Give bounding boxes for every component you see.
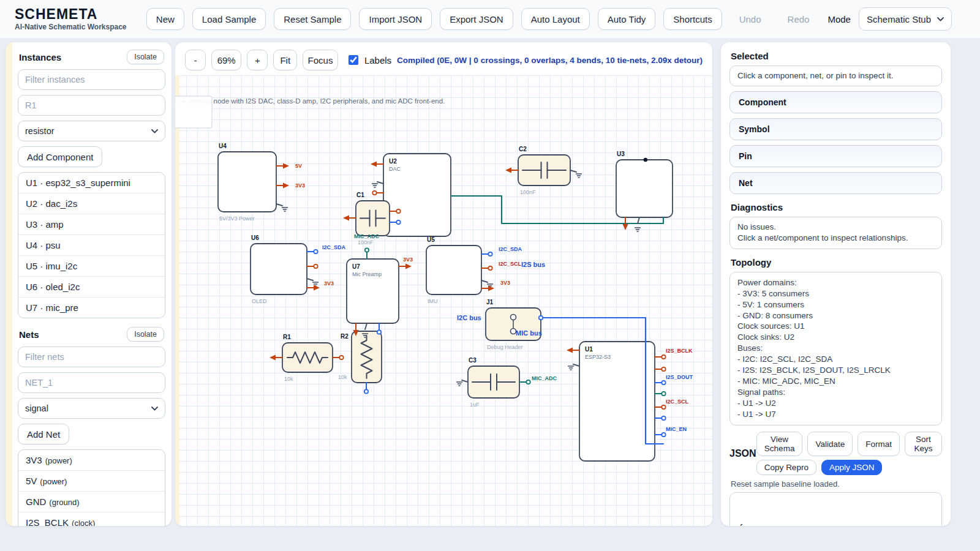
pin[interactable] <box>276 204 288 211</box>
schematic-component-C2[interactable] <box>518 155 570 186</box>
instance-item[interactable]: U7 · mic_pre <box>18 297 165 318</box>
pin[interactable] <box>456 380 468 386</box>
pin[interactable] <box>519 380 530 384</box>
schematic-component-R2[interactable] <box>352 331 382 383</box>
instance-item[interactable]: U4 · psu <box>18 234 165 255</box>
pin[interactable] <box>655 416 666 420</box>
net-type-select[interactable]: signal <box>18 398 165 419</box>
auto-tidy-button[interactable]: Auto Tidy <box>598 8 656 30</box>
net-item[interactable]: GND(ground) <box>18 491 165 512</box>
pin[interactable] <box>505 168 518 173</box>
filter-instances-input[interactable] <box>18 69 165 90</box>
pin[interactable] <box>307 264 318 268</box>
apply-json-button[interactable]: Apply JSON <box>821 460 883 475</box>
schematic-component-C1[interactable] <box>356 201 390 236</box>
accordion-net[interactable]: Net <box>729 172 942 194</box>
schematic-canvas-panel: - 69% + Fit Focus Labels Compiled (0E, 0… <box>175 42 713 527</box>
pin[interactable] <box>655 392 666 395</box>
pin[interactable] <box>365 248 369 259</box>
undo-button[interactable]: Undo <box>730 8 771 30</box>
import-json-button[interactable]: Import JSON <box>359 8 432 30</box>
auto-layout-button[interactable]: Auto Layout <box>521 8 590 30</box>
schematic-component-U3[interactable] <box>616 158 673 217</box>
schematic-component-U5[interactable] <box>426 246 481 294</box>
nets-isolate-button[interactable]: Isolate <box>127 327 164 342</box>
fit-button[interactable]: Fit <box>273 50 297 70</box>
pin[interactable] <box>635 217 641 231</box>
net-name-input[interactable] <box>18 372 165 393</box>
json-editor[interactable]: { "meta": { "title": "ESP32 Smart Audio … <box>729 492 942 527</box>
zoom-in-button[interactable]: + <box>247 50 268 70</box>
schematic-component-C3[interactable] <box>468 366 519 398</box>
pin[interactable] <box>481 286 494 291</box>
net-item[interactable]: I2S_BCLK(clock) <box>18 512 165 527</box>
validate-button[interactable]: Validate <box>807 432 853 456</box>
schematic-viewport[interactable]: ESP32 Smart Audio + sensing node with I2… <box>175 75 712 527</box>
pin[interactable] <box>307 279 318 286</box>
focus-button[interactable]: Focus <box>303 50 338 70</box>
export-json-button[interactable]: Export JSON <box>440 8 513 30</box>
new-button[interactable]: New <box>146 8 184 30</box>
pin[interactable] <box>655 367 666 371</box>
view-schema-button[interactable]: View Schema <box>756 432 803 456</box>
pin[interactable] <box>307 250 318 253</box>
schematic-component-U4[interactable] <box>218 152 276 212</box>
pin[interactable] <box>568 364 579 370</box>
pin[interactable] <box>333 356 344 359</box>
pin[interactable] <box>364 383 368 394</box>
instance-item[interactable]: U5 · imu_i2c <box>18 255 165 276</box>
pin[interactable] <box>655 381 666 384</box>
redo-button[interactable]: Redo <box>778 8 819 30</box>
instance-item[interactable]: U1 · esp32_s3_supermini <box>18 173 165 193</box>
net-item[interactable]: 5V(power) <box>18 470 165 491</box>
instance-item[interactable]: U2 · dac_i2s <box>18 193 165 214</box>
pin[interactable] <box>372 191 383 195</box>
zoom-level-button[interactable]: 69% <box>211 50 241 70</box>
schematic-component-R1[interactable] <box>282 343 333 372</box>
load-sample-button[interactable]: Load Sample <box>192 8 266 30</box>
pin[interactable] <box>481 266 492 270</box>
pin[interactable] <box>570 170 582 178</box>
instances-isolate-button[interactable]: Isolate <box>127 50 164 64</box>
accordion-component[interactable]: Component <box>729 91 942 113</box>
mode-select[interactable]: Schematic Stub <box>859 7 952 31</box>
accordion-pin[interactable]: Pin <box>729 145 942 167</box>
component-type-select[interactable]: resistor <box>18 121 165 141</box>
pin[interactable] <box>270 355 282 361</box>
add-component-button[interactable]: Add Component <box>18 146 102 167</box>
net-item[interactable]: 3V3(power) <box>18 450 165 470</box>
schematic-component-U6[interactable] <box>251 244 307 294</box>
pin[interactable] <box>481 252 492 256</box>
pin[interactable] <box>655 405 666 409</box>
pin[interactable] <box>276 183 289 189</box>
component-ref-input[interactable] <box>18 95 165 116</box>
pin[interactable] <box>655 355 666 359</box>
instance-item[interactable]: U3 · amp <box>18 214 165 234</box>
shortcuts-button[interactable]: Shortcuts <box>663 8 722 30</box>
nets-title: Nets <box>19 329 39 340</box>
pin[interactable] <box>567 348 579 353</box>
copy-repro-button[interactable]: Copy Repro <box>756 460 816 475</box>
pin[interactable] <box>655 433 666 437</box>
filter-nets-input[interactable] <box>18 347 165 367</box>
labels-checkbox[interactable] <box>349 55 358 65</box>
pin[interactable] <box>377 323 381 334</box>
pin[interactable] <box>343 216 356 221</box>
pin[interactable] <box>481 280 493 288</box>
instance-item[interactable]: U6 · oled_i2c <box>18 276 165 297</box>
reset-sample-button[interactable]: Reset Sample <box>274 8 351 30</box>
labels-toggle[interactable]: Labels <box>346 53 391 67</box>
add-net-button[interactable]: Add Net <box>18 424 69 444</box>
pin[interactable] <box>371 162 383 167</box>
pin[interactable] <box>276 163 289 169</box>
pin[interactable] <box>372 182 383 187</box>
sort-keys-button[interactable]: Sort Keys <box>905 432 942 456</box>
format-button[interactable]: Format <box>858 432 900 456</box>
pin[interactable] <box>399 264 412 269</box>
zoom-out-button[interactable]: - <box>185 50 206 70</box>
pin[interactable] <box>307 285 320 291</box>
pin[interactable] <box>539 316 543 320</box>
chevron-down-icon <box>937 17 944 21</box>
accordion-symbol[interactable]: Symbol <box>729 118 942 140</box>
schematic-svg[interactable]: ESP32 Smart Audio + sensing node with I2… <box>175 75 712 527</box>
